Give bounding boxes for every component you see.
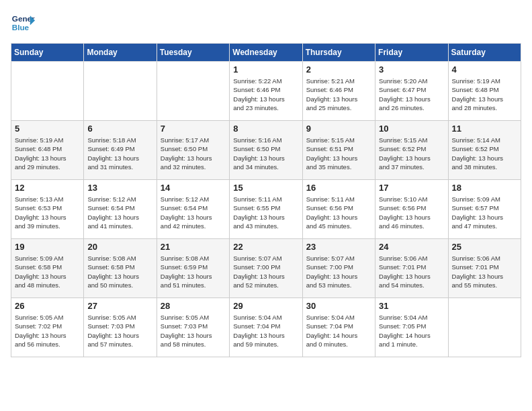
- calendar-cell: 11Sunrise: 5:14 AM Sunset: 6:52 PM Dayli…: [448, 121, 521, 180]
- calendar-cell: 16Sunrise: 5:11 AM Sunset: 6:56 PM Dayli…: [302, 180, 375, 239]
- calendar-cell: 26Sunrise: 5:05 AM Sunset: 7:02 PM Dayli…: [11, 298, 84, 357]
- day-header-tuesday: Tuesday: [157, 44, 229, 62]
- logo-icon: General Blue: [11, 11, 35, 35]
- day-info: Sunrise: 5:08 AM Sunset: 6:59 PM Dayligh…: [161, 254, 226, 289]
- calendar-week-5: 26Sunrise: 5:05 AM Sunset: 7:02 PM Dayli…: [11, 298, 521, 357]
- day-info: Sunrise: 5:05 AM Sunset: 7:03 PM Dayligh…: [161, 313, 226, 349]
- day-number: 12: [15, 183, 80, 193]
- calendar-cell: 3Sunrise: 5:20 AM Sunset: 6:47 PM Daylig…: [375, 62, 448, 121]
- day-info: Sunrise: 5:19 AM Sunset: 6:48 PM Dayligh…: [452, 77, 517, 112]
- day-info: Sunrise: 5:14 AM Sunset: 6:52 PM Dayligh…: [452, 136, 517, 171]
- calendar-cell: 28Sunrise: 5:05 AM Sunset: 7:03 PM Dayli…: [157, 298, 229, 357]
- calendar-week-3: 12Sunrise: 5:13 AM Sunset: 6:53 PM Dayli…: [11, 180, 521, 239]
- day-number: 15: [233, 183, 298, 193]
- day-number: 4: [452, 64, 517, 75]
- calendar-cell: 23Sunrise: 5:07 AM Sunset: 7:00 PM Dayli…: [302, 239, 375, 298]
- calendar-cell: 12Sunrise: 5:13 AM Sunset: 6:53 PM Dayli…: [11, 180, 84, 239]
- day-info: Sunrise: 5:11 AM Sunset: 6:55 PM Dayligh…: [233, 195, 298, 230]
- calendar-cell: 2Sunrise: 5:21 AM Sunset: 6:46 PM Daylig…: [302, 62, 375, 121]
- day-number: 13: [87, 183, 152, 193]
- day-info: Sunrise: 5:06 AM Sunset: 7:01 PM Dayligh…: [452, 254, 517, 289]
- day-info: Sunrise: 5:12 AM Sunset: 6:54 PM Dayligh…: [87, 195, 152, 230]
- day-number: 25: [452, 242, 517, 252]
- day-number: 28: [161, 301, 226, 311]
- day-info: Sunrise: 5:16 AM Sunset: 6:50 PM Dayligh…: [233, 136, 298, 171]
- calendar-cell: [84, 62, 157, 121]
- day-info: Sunrise: 5:04 AM Sunset: 7:05 PM Dayligh…: [379, 313, 444, 349]
- calendar-cell: 30Sunrise: 5:04 AM Sunset: 7:04 PM Dayli…: [302, 298, 375, 357]
- day-info: Sunrise: 5:05 AM Sunset: 7:02 PM Dayligh…: [15, 313, 80, 349]
- day-info: Sunrise: 5:20 AM Sunset: 6:47 PM Dayligh…: [379, 77, 444, 112]
- day-info: Sunrise: 5:17 AM Sunset: 6:50 PM Dayligh…: [161, 136, 226, 171]
- day-number: 27: [87, 301, 152, 311]
- day-number: 26: [15, 301, 80, 311]
- day-header-sunday: Sunday: [11, 44, 84, 62]
- day-number: 30: [306, 301, 371, 311]
- day-number: 24: [379, 242, 444, 252]
- day-info: Sunrise: 5:22 AM Sunset: 6:46 PM Dayligh…: [233, 77, 298, 112]
- day-number: 6: [87, 124, 152, 134]
- day-info: Sunrise: 5:21 AM Sunset: 6:46 PM Dayligh…: [306, 77, 371, 112]
- day-number: 22: [233, 242, 298, 252]
- day-info: Sunrise: 5:08 AM Sunset: 6:58 PM Dayligh…: [87, 254, 152, 289]
- calendar-cell: 8Sunrise: 5:16 AM Sunset: 6:50 PM Daylig…: [230, 121, 302, 180]
- day-header-friday: Friday: [375, 44, 448, 62]
- day-header-thursday: Thursday: [302, 44, 375, 62]
- calendar-cell: 29Sunrise: 5:04 AM Sunset: 7:04 PM Dayli…: [230, 298, 302, 357]
- calendar-cell: 6Sunrise: 5:18 AM Sunset: 6:49 PM Daylig…: [84, 121, 157, 180]
- calendar-cell: 27Sunrise: 5:05 AM Sunset: 7:03 PM Dayli…: [84, 298, 157, 357]
- day-info: Sunrise: 5:15 AM Sunset: 6:51 PM Dayligh…: [306, 136, 371, 171]
- day-number: 19: [15, 242, 80, 252]
- day-header-wednesday: Wednesday: [230, 44, 302, 62]
- calendar-cell: [157, 62, 229, 121]
- day-info: Sunrise: 5:19 AM Sunset: 6:48 PM Dayligh…: [15, 136, 80, 171]
- calendar-week-1: 1Sunrise: 5:22 AM Sunset: 6:46 PM Daylig…: [11, 62, 521, 121]
- day-info: Sunrise: 5:07 AM Sunset: 7:00 PM Dayligh…: [233, 254, 298, 289]
- calendar-cell: 21Sunrise: 5:08 AM Sunset: 6:59 PM Dayli…: [157, 239, 229, 298]
- calendar-cell: [11, 62, 84, 121]
- day-info: Sunrise: 5:18 AM Sunset: 6:49 PM Dayligh…: [87, 136, 152, 171]
- day-number: 8: [233, 124, 298, 134]
- day-number: 11: [452, 124, 517, 134]
- day-info: Sunrise: 5:09 AM Sunset: 6:57 PM Dayligh…: [452, 195, 517, 230]
- calendar-week-4: 19Sunrise: 5:09 AM Sunset: 6:58 PM Dayli…: [11, 239, 521, 298]
- day-info: Sunrise: 5:04 AM Sunset: 7:04 PM Dayligh…: [306, 313, 371, 349]
- calendar-cell: 1Sunrise: 5:22 AM Sunset: 6:46 PM Daylig…: [230, 62, 302, 121]
- calendar-cell: 15Sunrise: 5:11 AM Sunset: 6:55 PM Dayli…: [230, 180, 302, 239]
- day-number: 5: [15, 124, 80, 134]
- day-number: 18: [452, 183, 517, 193]
- day-info: Sunrise: 5:12 AM Sunset: 6:54 PM Dayligh…: [161, 195, 226, 230]
- calendar-cell: 17Sunrise: 5:10 AM Sunset: 6:56 PM Dayli…: [375, 180, 448, 239]
- calendar-header-row: SundayMondayTuesdayWednesdayThursdayFrid…: [11, 44, 521, 62]
- day-info: Sunrise: 5:13 AM Sunset: 6:53 PM Dayligh…: [15, 195, 80, 230]
- calendar-cell: 13Sunrise: 5:12 AM Sunset: 6:54 PM Dayli…: [84, 180, 157, 239]
- calendar-cell: 9Sunrise: 5:15 AM Sunset: 6:51 PM Daylig…: [302, 121, 375, 180]
- day-header-saturday: Saturday: [448, 44, 521, 62]
- day-number: 31: [379, 301, 444, 311]
- calendar-cell: 18Sunrise: 5:09 AM Sunset: 6:57 PM Dayli…: [448, 180, 521, 239]
- day-number: 29: [233, 301, 298, 311]
- day-header-monday: Monday: [84, 44, 157, 62]
- calendar-table: SundayMondayTuesdayWednesdayThursdayFrid…: [11, 43, 521, 357]
- calendar-cell: [448, 298, 521, 357]
- calendar-cell: 24Sunrise: 5:06 AM Sunset: 7:01 PM Dayli…: [375, 239, 448, 298]
- day-info: Sunrise: 5:06 AM Sunset: 7:01 PM Dayligh…: [379, 254, 444, 289]
- day-number: 23: [306, 242, 371, 252]
- day-info: Sunrise: 5:10 AM Sunset: 6:56 PM Dayligh…: [379, 195, 444, 230]
- day-number: 14: [161, 183, 226, 193]
- day-info: Sunrise: 5:04 AM Sunset: 7:04 PM Dayligh…: [233, 313, 298, 349]
- day-number: 1: [233, 64, 298, 75]
- day-info: Sunrise: 5:07 AM Sunset: 7:00 PM Dayligh…: [306, 254, 371, 289]
- calendar-cell: 22Sunrise: 5:07 AM Sunset: 7:00 PM Dayli…: [230, 239, 302, 298]
- calendar-week-2: 5Sunrise: 5:19 AM Sunset: 6:48 PM Daylig…: [11, 121, 521, 180]
- calendar-cell: 25Sunrise: 5:06 AM Sunset: 7:01 PM Dayli…: [448, 239, 521, 298]
- day-number: 7: [161, 124, 226, 134]
- day-number: 10: [379, 124, 444, 134]
- svg-text:Blue: Blue: [12, 23, 30, 32]
- day-info: Sunrise: 5:09 AM Sunset: 6:58 PM Dayligh…: [15, 254, 80, 289]
- day-number: 21: [161, 242, 226, 252]
- day-number: 16: [306, 183, 371, 193]
- calendar-cell: 19Sunrise: 5:09 AM Sunset: 6:58 PM Dayli…: [11, 239, 84, 298]
- calendar-cell: 7Sunrise: 5:17 AM Sunset: 6:50 PM Daylig…: [157, 121, 229, 180]
- day-info: Sunrise: 5:05 AM Sunset: 7:03 PM Dayligh…: [87, 313, 152, 349]
